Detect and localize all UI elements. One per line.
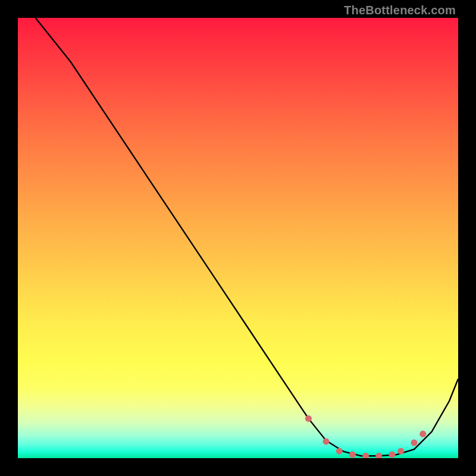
highlight-point xyxy=(362,453,369,458)
highlight-point xyxy=(375,453,382,458)
chart-svg xyxy=(18,18,458,458)
highlight-point xyxy=(397,448,404,455)
chart-container: TheBottleneck.com xyxy=(0,0,476,476)
highlight-point xyxy=(336,448,343,455)
plot-area xyxy=(18,18,458,458)
highlight-point xyxy=(419,431,426,437)
highlight-point xyxy=(305,415,312,422)
highlight-point xyxy=(411,440,418,446)
main-curve xyxy=(36,18,458,456)
highlight-point xyxy=(323,438,330,444)
highlight-point xyxy=(389,452,396,458)
highlight-point xyxy=(349,452,356,458)
watermark-text: TheBottleneck.com xyxy=(344,4,456,17)
